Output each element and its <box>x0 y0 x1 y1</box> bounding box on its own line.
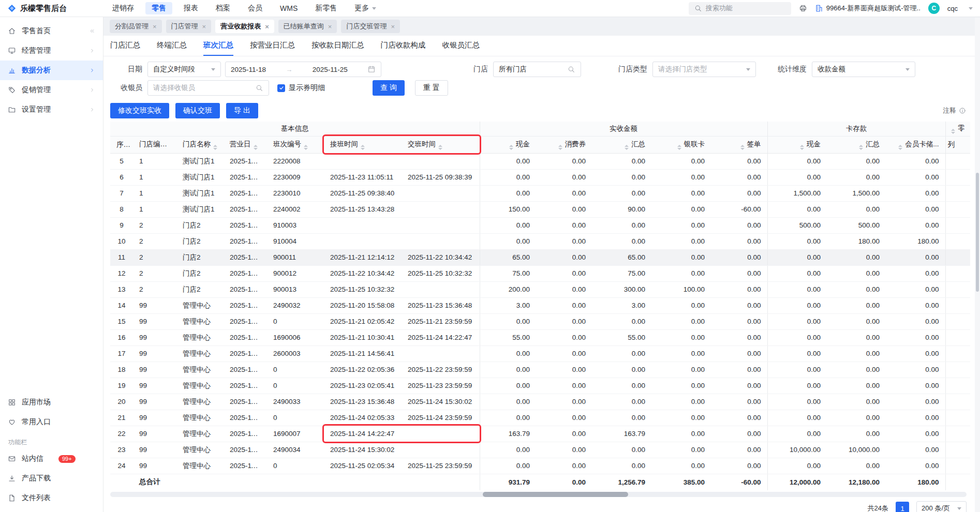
username[interactable]: cqc <box>947 5 958 12</box>
subtab-0[interactable]: 门店汇总 <box>110 36 140 56</box>
col-header-13[interactable]: 汇总 <box>827 136 886 153</box>
avatar[interactable]: C <box>928 3 940 14</box>
nav-item-2[interactable]: 报表 <box>177 2 204 14</box>
table-row[interactable]: 2099管理中心2025-11-2324900332025-11-23 15:3… <box>110 394 970 410</box>
nav-item-4[interactable]: 会员 <box>242 2 269 14</box>
show-voucher-checkbox[interactable] <box>277 84 285 92</box>
cell: 0.00 <box>886 442 945 458</box>
table-row[interactable]: 2299管理中心2025-11-2416900072025-11-24 14:2… <box>110 426 970 442</box>
col-header-12[interactable]: 现金 <box>767 136 827 153</box>
nav-item-5[interactable]: WMS <box>274 2 304 14</box>
subtab-6[interactable]: 收银员汇总 <box>442 36 480 56</box>
col-header-11[interactable]: 签单 <box>711 136 767 153</box>
subtab-2[interactable]: 班次汇总 <box>203 36 233 56</box>
table-row[interactable]: 61测试门店12025-11-2322300092025-11-23 11:05… <box>110 169 970 185</box>
subtab-1[interactable]: 终端汇总 <box>157 36 187 56</box>
table-row[interactable]: 1599管理中心2025-11-2102025-11-21 02:05:4220… <box>110 313 970 329</box>
tab-close-icon[interactable]: × <box>328 23 332 31</box>
sidebar-item-0[interactable]: 零售首页 <box>0 21 103 41</box>
table-row[interactable]: 1999管理中心2025-11-2302025-11-23 02:05:4120… <box>110 378 970 394</box>
table-row[interactable]: 1899管理中心2025-11-2202025-11-22 02:05:3620… <box>110 362 970 378</box>
table-row[interactable]: 92门店22025-11-189100030.000.000.000.000.0… <box>110 217 970 233</box>
global-search-box[interactable]: 搜索功能 <box>689 2 791 15</box>
app-logo[interactable]: 乐檬零售后台 <box>7 4 93 13</box>
modify-shift-button[interactable]: 修改交班实收 <box>110 103 169 118</box>
col-header-3[interactable]: 营业日 <box>224 136 267 153</box>
table-row[interactable]: 2199管理中心2025-11-2402025-11-24 02:05:3320… <box>110 410 970 426</box>
col-header-1[interactable]: 门店编号 <box>133 136 176 153</box>
printer-icon[interactable] <box>799 4 807 12</box>
col-header-5[interactable]: 接班时间 <box>324 136 402 153</box>
table-row[interactable]: 2399管理中心2025-11-2424900342025-11-24 15:3… <box>110 442 970 458</box>
horizontal-scrollbar[interactable] <box>110 492 967 497</box>
table-row[interactable]: 112门店22025-11-219000112025-11-21 12:14:1… <box>110 249 970 265</box>
sidebar-item-4[interactable]: 设置管理 <box>0 100 103 119</box>
query-button[interactable]: 查 询 <box>373 80 405 96</box>
horizontal-scrollbar-thumb[interactable] <box>483 492 628 497</box>
tab-3[interactable]: 已结账单查询× <box>278 20 337 33</box>
tenant-switcher[interactable]: 99664-新界面商超版测试-管理.. <box>815 4 920 13</box>
table-row[interactable]: 1799管理中心2025-11-2126000032025-11-21 14:5… <box>110 345 970 362</box>
user-caret-icon[interactable] <box>969 7 973 10</box>
table-row[interactable]: 132门店22025-11-259000132025-11-25 10:32:3… <box>110 281 970 297</box>
sidebar-tool-0[interactable]: 站内信99+ <box>0 449 103 469</box>
sidebar-shortcut-0[interactable]: 应用市场 <box>0 393 103 412</box>
col-header-7[interactable]: 现金 <box>480 136 536 153</box>
total-row: 总合计931.790.001,256.79385.00-60.0012,000.… <box>110 474 970 490</box>
vertical-scrollbar-thumb[interactable] <box>976 173 979 292</box>
sidebar-item-3[interactable]: 促销管理 <box>0 80 103 100</box>
col-header-6[interactable]: 交班时间 <box>402 136 480 153</box>
date-mode-select[interactable]: 自定义时间段 <box>147 62 221 77</box>
tab-close-icon[interactable]: × <box>153 23 157 31</box>
store-input[interactable]: 所有门店 <box>493 62 581 77</box>
subtab-3[interactable]: 按营业日汇总 <box>250 36 295 56</box>
tab-0[interactable]: 分割品管理× <box>110 20 162 33</box>
col-header-8[interactable]: 消费券 <box>536 136 592 153</box>
note-link[interactable]: 注释 <box>943 106 973 115</box>
store-type-select[interactable]: 请选择门店类型 <box>652 62 756 77</box>
confirm-shift-button[interactable]: 确认交班 <box>175 103 220 118</box>
table-row[interactable]: 122门店22025-11-229000122025-11-22 10:34:4… <box>110 265 970 281</box>
page-button-1[interactable]: 1 <box>896 502 909 512</box>
tab-2[interactable]: 营业收款报表× <box>215 20 274 33</box>
tab-close-icon[interactable]: × <box>391 23 395 31</box>
export-button[interactable]: 导 出 <box>226 103 258 118</box>
col-header-4[interactable]: 班次编号 <box>267 136 324 153</box>
sidebar-item-1[interactable]: 经营管理 <box>0 41 103 61</box>
subtab-5[interactable]: 门店收款构成 <box>381 36 426 56</box>
tab-close-icon[interactable]: × <box>265 23 269 31</box>
tab-1[interactable]: 门店管理× <box>166 20 212 33</box>
sidebar-item-2[interactable]: 数据分析 <box>0 61 103 80</box>
cell: 0.00 <box>711 169 767 185</box>
table-row[interactable]: 2499管理中心2025-11-2502025-11-25 02:05:3420… <box>110 458 970 474</box>
subtab-4[interactable]: 按收款日期汇总 <box>311 36 364 56</box>
col-header-9[interactable]: 汇总 <box>592 136 651 153</box>
sidebar-shortcut-1[interactable]: 常用入口 <box>0 412 103 432</box>
cell: 3.00 <box>480 297 536 313</box>
tab-4[interactable]: 门店交班管理× <box>341 20 400 33</box>
vertical-scrollbar[interactable] <box>975 18 980 512</box>
page-size-select[interactable]: 200 条/页 <box>916 501 967 512</box>
table-row[interactable]: 1699管理中心2025-11-2116900062025-11-21 10:3… <box>110 329 970 345</box>
reset-button[interactable]: 重 置 <box>415 80 448 96</box>
col-header-2[interactable]: 门店名称 <box>176 136 224 153</box>
sidebar-item-label: 文件列表 <box>22 493 51 503</box>
nav-item-7[interactable]: 更多 <box>348 2 382 14</box>
date-range-input[interactable]: 2025-11-18 → 2025-11-25 <box>225 62 381 77</box>
sidebar-tool-1[interactable]: 产品下载 <box>0 469 103 488</box>
col-header-10[interactable]: 银联卡 <box>651 136 711 153</box>
table-row[interactable]: 51测试门店12025-11-2222200080.000.000.000.00… <box>110 153 970 169</box>
sidebar-tool-2[interactable]: 文件列表 <box>0 488 103 508</box>
dimension-select[interactable]: 收款金额 <box>812 62 915 77</box>
nav-item-1[interactable]: 零售 <box>145 2 172 14</box>
cashier-input[interactable]: 请选择收银员 <box>147 80 269 96</box>
nav-item-6[interactable]: 新零售 <box>309 2 343 14</box>
table-row[interactable]: 71测试门店12025-11-2522300102025-11-25 09:38… <box>110 185 970 201</box>
table-row[interactable]: 102门店22025-11-199100040.000.000.000.000.… <box>110 233 970 249</box>
tab-close-icon[interactable]: × <box>202 23 206 31</box>
nav-item-3[interactable]: 档案 <box>210 2 236 14</box>
table-row[interactable]: 81测试门店12025-11-2522400022025-11-25 13:43… <box>110 201 970 217</box>
col-header-14[interactable]: 会员卡储... <box>886 136 945 153</box>
nav-item-0[interactable]: 进销存 <box>106 2 140 14</box>
table-row[interactable]: 1499管理中心2025-11-2024900322025-11-20 15:5… <box>110 297 970 313</box>
